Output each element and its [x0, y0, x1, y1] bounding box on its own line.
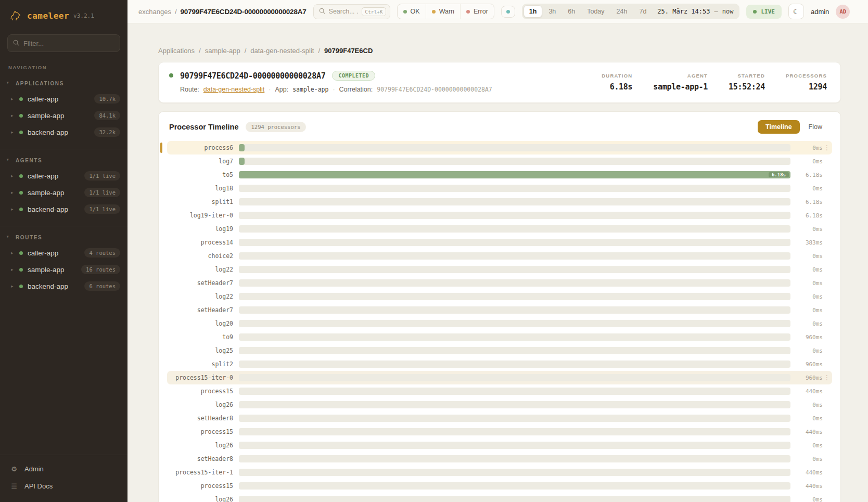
- group-label-agents[interactable]: ▾AGENTS: [0, 153, 127, 168]
- timeline-row-split2[interactable]: split2960ms: [167, 357, 832, 371]
- timeline-track: [239, 225, 790, 233]
- processor-name: setHeader8: [169, 455, 239, 462]
- green-dot-icon: [19, 174, 23, 178]
- sidebar-item-sample-app[interactable]: ▸sample-app84.1k: [0, 107, 127, 124]
- timeline-row-log20[interactable]: log200ms: [167, 317, 832, 330]
- filter-input[interactable]: [23, 40, 114, 47]
- sidebar-item-backend-app[interactable]: ▸backend-app6 routes: [0, 278, 127, 294]
- row-duration: 383ms: [790, 239, 823, 246]
- kebab-menu-icon[interactable]: ⋮: [823, 144, 831, 151]
- route-link[interactable]: data-gen-nested-split: [203, 86, 264, 93]
- timeline-row-process15-iter-0[interactable]: process15-iter-0960ms⋮: [167, 371, 832, 384]
- breadcrumb-item[interactable]: Applications: [158, 47, 195, 55]
- timeline-row-process15[interactable]: process15440ms: [167, 384, 832, 398]
- avatar[interactable]: AD: [836, 5, 850, 19]
- sidebar-item-badge: 1/1 live: [84, 171, 120, 181]
- timeline-row-to9[interactable]: to9960ms: [167, 330, 832, 344]
- time-range-3h[interactable]: 3h: [543, 5, 561, 18]
- filter-warn[interactable]: Warn: [426, 4, 460, 19]
- sidebar-item-sample-app[interactable]: ▸sample-app1/1 live: [0, 184, 127, 201]
- sidebar-item-caller-app[interactable]: ▸caller-app4 routes: [0, 244, 127, 261]
- processor-name: process6: [169, 144, 239, 151]
- kebab-menu-icon[interactable]: ⋮: [823, 374, 831, 381]
- sidebar-filter[interactable]: [7, 34, 120, 52]
- time-range-display[interactable]: 25. März 14:53 — now: [653, 8, 738, 15]
- timeline-row-setHeader8[interactable]: setHeader80ms: [167, 452, 832, 466]
- processor-name: log26: [169, 442, 239, 449]
- footer-item-api-docs[interactable]: ☰API Docs: [0, 478, 127, 495]
- timeline-row-log26[interactable]: log260ms: [167, 398, 832, 411]
- sidebar-item-backend-app[interactable]: ▸backend-app1/1 live: [0, 201, 127, 217]
- sidebar-item-badge: 4 routes: [84, 248, 120, 258]
- processor-name: log18: [169, 185, 239, 192]
- filter-error[interactable]: Error: [460, 4, 494, 19]
- time-range-7d[interactable]: 7d: [633, 5, 652, 18]
- breadcrumb-section[interactable]: exchanges: [138, 8, 171, 16]
- stat-agent: AGENTsample-app-1: [653, 73, 708, 92]
- breadcrumb: Applications/sample-app/data-gen-nested-…: [158, 47, 841, 55]
- timeline-row-setHeader7[interactable]: setHeader70ms: [167, 276, 832, 290]
- timeline-row-log19[interactable]: log190ms: [167, 222, 832, 236]
- chevron-right-icon: ▸: [11, 207, 15, 212]
- row-duration: 0ms: [790, 158, 823, 165]
- timeline-row-log18[interactable]: log180ms: [167, 182, 832, 195]
- processor-name: log22: [169, 293, 239, 300]
- timeline-row-log22[interactable]: log220ms: [167, 263, 832, 276]
- time-range-1h[interactable]: 1h: [524, 5, 543, 18]
- timeline-row-log7[interactable]: log70ms: [167, 155, 832, 168]
- sidebar-item-sample-app[interactable]: ▸sample-app16 routes: [0, 261, 127, 278]
- time-range-6h[interactable]: 6h: [562, 5, 581, 18]
- filter-ok[interactable]: OK: [398, 4, 426, 19]
- timeline-row-process14[interactable]: process14383ms: [167, 236, 832, 249]
- group-label-routes[interactable]: ▾ROUTES: [0, 230, 127, 244]
- chevron-right-icon: ▸: [11, 284, 15, 289]
- theme-toggle-button[interactable]: ☾: [788, 4, 804, 19]
- sidebar-item-badge: 10.7k: [94, 94, 120, 104]
- row-duration: 0ms: [790, 347, 823, 354]
- processor-name: process14: [169, 239, 239, 246]
- live-badge[interactable]: LIVE: [746, 5, 782, 19]
- duration-bar: [239, 144, 245, 151]
- breadcrumb-item[interactable]: sample-app: [205, 47, 240, 55]
- timeline-row-process15[interactable]: process15440ms: [167, 425, 832, 439]
- timeline-row-choice2[interactable]: choice20ms: [167, 249, 832, 263]
- time-range-24h[interactable]: 24h: [611, 5, 633, 18]
- group-label-applications[interactable]: ▾APPLICATIONS: [0, 76, 127, 91]
- processor-name: process15: [169, 388, 239, 395]
- toggle-timeline[interactable]: Timeline: [758, 120, 799, 134]
- sidebar-item-caller-app[interactable]: ▸caller-app10.7k: [0, 91, 127, 107]
- row-duration: 0ms: [790, 402, 823, 408]
- search-icon: [13, 38, 19, 48]
- timeline-row-split1[interactable]: split16.18s: [167, 195, 832, 209]
- sidebar-item-backend-app[interactable]: ▸backend-app32.2k: [0, 124, 127, 140]
- footer-item-admin[interactable]: ⚙Admin: [0, 460, 127, 478]
- timeline-row-setHeader7[interactable]: setHeader70ms: [167, 303, 832, 317]
- app-label: App:: [275, 86, 288, 93]
- time-range-today[interactable]: Today: [581, 5, 610, 18]
- timeline-row-setHeader8[interactable]: setHeader80ms: [167, 411, 832, 425]
- timeline-row-process6[interactable]: process60ms⋮: [167, 141, 832, 155]
- breadcrumb-item[interactable]: data-gen-nested-split: [250, 47, 314, 55]
- processor-name: process15-iter-0: [169, 374, 239, 381]
- timeline-row-log22[interactable]: log220ms: [167, 290, 832, 303]
- logo-row[interactable]: cameleer v3.2.1: [0, 0, 127, 29]
- processor-name: log7: [169, 158, 239, 165]
- extra-filter-segment[interactable]: [501, 6, 515, 18]
- processor-name: log22: [169, 266, 239, 273]
- row-duration: 0ms: [790, 253, 823, 260]
- timeline-row-log19-iter-0[interactable]: log19-iter-06.18s: [167, 209, 832, 222]
- sidebar-item-caller-app[interactable]: ▸caller-app1/1 live: [0, 168, 127, 184]
- timeline-row-log26[interactable]: log260ms: [167, 439, 832, 452]
- timeline-row-to5[interactable]: to56.18s6.18s: [167, 168, 832, 182]
- timeline-row-log25[interactable]: log250ms: [167, 344, 832, 357]
- timeline-track: [239, 252, 790, 260]
- chevron-right-icon: ▸: [11, 130, 15, 135]
- search-box[interactable]: Search... ... Ctrl+K: [313, 4, 390, 19]
- timeline-row-process15-iter-1[interactable]: process15-iter-1440ms: [167, 466, 832, 479]
- timeline-row-process15[interactable]: process15440ms: [167, 479, 832, 493]
- row-duration: 0ms: [790, 226, 823, 233]
- breadcrumb-current: 90799F47E6CD: [324, 47, 373, 55]
- processor-name: process15-iter-1: [169, 469, 239, 476]
- toggle-flow[interactable]: Flow: [801, 120, 830, 134]
- timeline-row-log26[interactable]: log260ms: [167, 493, 832, 502]
